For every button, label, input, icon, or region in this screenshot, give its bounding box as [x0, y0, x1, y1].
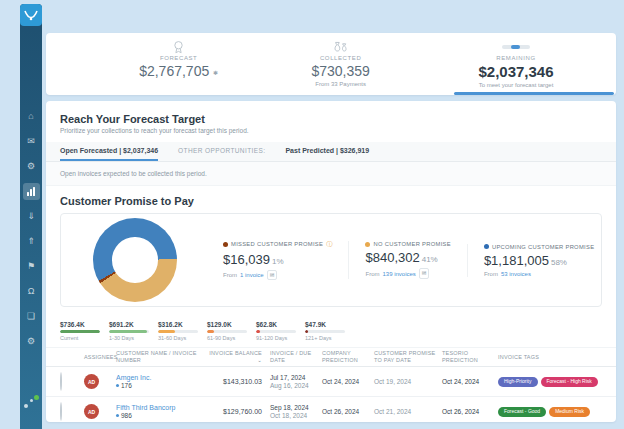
reports-icon: ❏: [27, 312, 35, 321]
remaining-value: $2,037,346: [478, 63, 553, 80]
col-invoice-tags: INVOICE TAGS: [498, 354, 608, 361]
main-card: Reach Your Forecast Target Prioritize yo…: [46, 101, 616, 422]
tab-open-forecasted[interactable]: Open Forecasted | $2,037,346: [60, 142, 158, 161]
chevron-down-icon: ⌄: [257, 357, 262, 363]
sidebar-item-inbox[interactable]: ✉: [23, 133, 40, 150]
aging-bucket-current[interactable]: $736.4K Current: [60, 321, 100, 341]
tab-description: Open invoices expected to be collected t…: [46, 162, 616, 186]
tag-pill: Forecast - Good: [498, 407, 546, 417]
page-subtitle: Prioritize your collections to reach you…: [60, 127, 602, 134]
collected-note: From 33 Payments: [315, 81, 366, 87]
tab-past-predicted[interactable]: Past Predicted | $326,919: [285, 142, 369, 161]
metric-collected: COLLECTED $730,359 From 33 Payments: [265, 33, 416, 95]
aging-bucket-31-60[interactable]: $316.2K 31-60 Days: [158, 321, 198, 341]
invoice-number: 176: [116, 382, 204, 389]
upcoming-bullet: [484, 244, 489, 249]
customer-link[interactable]: Fifth Third Bancorp: [116, 404, 204, 411]
tag-pill: Medium Risk: [549, 407, 590, 417]
col-invoice-balance-sort[interactable]: INVOICE BALANCE ⌄: [204, 350, 270, 364]
assignee-avatar[interactable]: AD: [84, 374, 99, 389]
upcoming-from: From 53 invoices: [484, 271, 594, 277]
home-icon: ⌂: [28, 112, 33, 121]
col-invoice-due-date: INVOICE / DUE DATE: [270, 350, 322, 364]
aging-summary: $736.4K Current $691.2K 1-30 Days $316.2…: [60, 321, 602, 341]
remaining-note: To meet your forecast target: [479, 82, 554, 88]
promise-metrics: MISSED CUSTOMER PROMISE ⓘ $16,0391% From…: [207, 240, 610, 280]
invoice-dot-icon: [116, 414, 119, 417]
tesorio-prediction: Oct 26, 2024: [442, 408, 498, 415]
metric-forecast: FORECAST $2,767,705 ✱: [46, 33, 265, 95]
sidebar-item-settings[interactable]: ⚙: [23, 333, 40, 350]
sidebar-item-reports[interactable]: ❏: [23, 308, 40, 325]
automations-icon: ⚙: [27, 162, 35, 171]
tag-pill: High-Priority: [498, 377, 538, 387]
sidebar-item-campaigns[interactable]: ⚑: [23, 258, 40, 275]
assignee-avatar[interactable]: AD: [84, 404, 99, 419]
invoice-date: Jul 17, 2024: [270, 374, 322, 381]
info-icon[interactable]: ⓘ: [326, 240, 332, 249]
missed-value: $16,0391%: [223, 252, 332, 267]
aging-bucket-61-90[interactable]: $129.0K 61-90 Days: [207, 321, 247, 341]
tesorio-logo[interactable]: [20, 4, 42, 26]
col-assignees: ASSIGNEES: [84, 354, 116, 361]
sidebar-item-insights[interactable]: [23, 183, 40, 200]
tab-other-opportunities[interactable]: OTHER OPPORTUNITIES:: [178, 142, 265, 161]
tag-pill: Forecast - High Risk: [541, 377, 598, 387]
due-date: Oct 18, 2024: [270, 412, 322, 419]
edit-forecast-icon[interactable]: ✱: [213, 70, 218, 76]
sidebar-item-automations[interactable]: ⚙: [23, 158, 40, 175]
remaining-active-indicator: [454, 92, 614, 95]
upcoming-invoices-link[interactable]: 53 invoices: [501, 271, 531, 277]
sidebar-item-integrations[interactable]: [23, 395, 39, 409]
invoice-tags: Forecast - Good Medium Risk: [498, 407, 608, 417]
network-icon: [24, 404, 28, 408]
mail-icon[interactable]: ✉: [419, 268, 430, 278]
row-select-radio[interactable]: [60, 402, 62, 421]
invoice-date: Sep 18, 2024: [270, 404, 322, 411]
row-select-radio[interactable]: [60, 372, 62, 391]
promise-to-pay-date: Oct 19, 2024: [374, 378, 442, 385]
invoice-tags: High-Priority Forecast - High Risk: [498, 377, 608, 387]
missed-invoices-link[interactable]: 1 invoice: [240, 272, 264, 278]
company-prediction: Oct 24, 2024: [322, 378, 374, 385]
no-promise-from: From 139 invoices ✉: [365, 268, 450, 278]
aging-bucket-121plus[interactable]: $47.9K 121+ Days: [305, 321, 345, 341]
arrow-down-icon: ⇓: [27, 212, 35, 221]
no-promise-invoices-link[interactable]: 139 invoices: [382, 271, 415, 277]
invoice-table-header: ASSIGNEES CUSTOMER NAME / INVOICE NUMBER…: [46, 347, 616, 367]
missed-from: From 1 invoice ✉: [223, 270, 332, 280]
invoice-dot-icon: [116, 384, 119, 387]
sidebar-item-home[interactable]: ⌂: [23, 108, 40, 125]
promise-to-pay-date: Oct 21, 2024: [374, 408, 442, 415]
promise-donut-chart[interactable]: [93, 218, 177, 302]
due-date: Aug 16, 2024: [270, 382, 322, 389]
invoice-balance: $129,760.00: [204, 408, 270, 415]
missed-bullet: [223, 242, 228, 247]
goal-medal-icon: [172, 40, 185, 54]
col-promise-date: CUSTOMER PROMISE TO PAY DATE: [374, 350, 442, 364]
sidebar: ⌂ ✉ ⚙ ⇓ ⇑ ⚑ Ω ❏ ⚙: [20, 4, 42, 429]
table-row[interactable]: AD Fifth Third Bancorp 986 $129,760.00 S…: [46, 397, 616, 422]
bull-logo-icon: [24, 9, 38, 21]
sidebar-item-collections[interactable]: ⇓: [23, 208, 40, 225]
gear-icon: ⚙: [27, 337, 35, 346]
aging-bucket-1-30[interactable]: $691.2K 1-30 Days: [109, 321, 149, 341]
metric-upcoming-promise: UPCOMING CUSTOMER PROMISE $1,181,00558% …: [467, 244, 610, 277]
sidebar-item-notifications[interactable]: Ω: [23, 283, 40, 300]
mail-icon[interactable]: ✉: [267, 270, 278, 280]
aging-bucket-91-120[interactable]: $62.8K 91-120 Days: [256, 321, 296, 341]
inbox-icon: ✉: [27, 137, 35, 146]
sidebar-nav: ⌂ ✉ ⚙ ⇓ ⇑ ⚑ Ω ❏ ⚙: [23, 108, 40, 350]
arrow-up-icon: ⇑: [27, 237, 35, 246]
page-title: Reach Your Forecast Target: [60, 113, 602, 125]
metric-missed-promise: MISSED CUSTOMER PROMISE ⓘ $16,0391% From…: [207, 240, 348, 280]
bell-icon: Ω: [28, 287, 35, 296]
company-prediction: Oct 26, 2024: [322, 408, 374, 415]
col-tesorio-prediction: TESORIO PREDICTION: [442, 350, 498, 364]
sidebar-item-forecasting[interactable]: ⇑: [23, 233, 40, 250]
forecast-value: $2,767,705 ✱: [139, 63, 218, 79]
table-row[interactable]: AD Amgen Inc. 176 $143,310.03 Jul 17, 20…: [46, 367, 616, 397]
metric-remaining: REMAINING $2,037,346 To meet your foreca…: [416, 33, 616, 95]
customer-link[interactable]: Amgen Inc.: [116, 374, 204, 381]
invoice-balance: $143,310.03: [204, 378, 270, 385]
